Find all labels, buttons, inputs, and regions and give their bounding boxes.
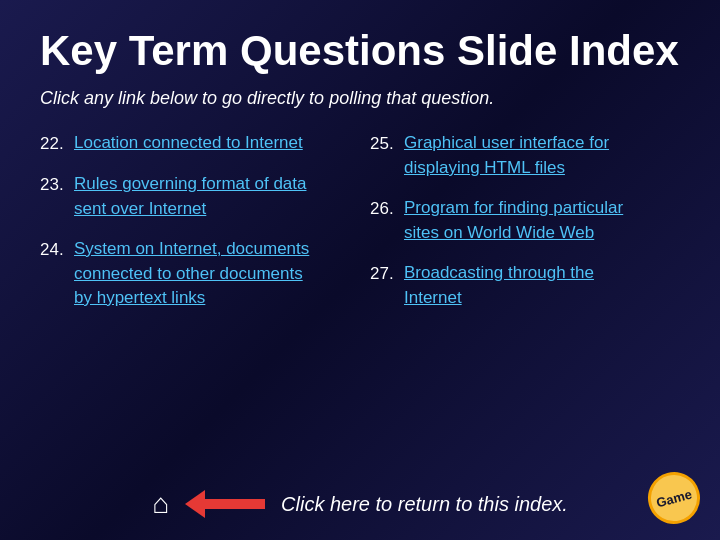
item-continuation-27[interactable]: Internet	[370, 288, 680, 308]
list-item: 23. Rules governing format of data	[40, 172, 350, 197]
list-item: 25. Graphical user interface for	[370, 131, 680, 156]
item-number: 23.	[40, 172, 68, 197]
item-link-23[interactable]: Rules governing format of data	[74, 172, 306, 196]
item-link-24[interactable]: System on Internet, documents	[74, 237, 309, 261]
list-item: 24. System on Internet, documents	[40, 237, 350, 262]
footer: ⌂ Click here to return to this index.	[40, 480, 680, 520]
item-continuation-23[interactable]: sent over Internet	[40, 199, 350, 219]
list-item: 22. Location connected to Internet	[40, 131, 350, 156]
home-icon[interactable]: ⌂	[152, 488, 169, 520]
arrow-body	[205, 499, 265, 509]
subtitle: Click any link below to go directly to p…	[40, 88, 680, 109]
list-item: 27. Broadcasting through the	[370, 261, 680, 286]
list-item: 26. Program for finding particular	[370, 196, 680, 221]
item-continuation-24a[interactable]: connected to other documents	[40, 264, 350, 284]
arrow-head	[185, 490, 205, 518]
item-number: 25.	[370, 131, 398, 156]
item-link-26[interactable]: Program for finding particular	[404, 196, 623, 220]
item-link-22[interactable]: Location connected to Internet	[74, 131, 303, 155]
item-link-25[interactable]: Graphical user interface for	[404, 131, 609, 155]
arrow-icon	[185, 490, 265, 518]
right-column: 25. Graphical user interface for display…	[370, 131, 680, 472]
item-continuation-25[interactable]: displaying HTML files	[370, 158, 680, 178]
item-number: 24.	[40, 237, 68, 262]
items-grid: 22. Location connected to Internet 23. R…	[40, 131, 680, 472]
item-number: 27.	[370, 261, 398, 286]
item-link-27[interactable]: Broadcasting through the	[404, 261, 594, 285]
left-column: 22. Location connected to Internet 23. R…	[40, 131, 350, 472]
item-continuation-24b[interactable]: by hypertext links	[40, 288, 350, 308]
page-title: Key Term Questions Slide Index	[40, 28, 680, 74]
item-continuation-26[interactable]: sites on World Wide Web	[370, 223, 680, 243]
footer-text[interactable]: Click here to return to this index.	[281, 493, 568, 516]
item-number: 22.	[40, 131, 68, 156]
item-number: 26.	[370, 196, 398, 221]
main-container: Key Term Questions Slide Index Click any…	[0, 0, 720, 540]
